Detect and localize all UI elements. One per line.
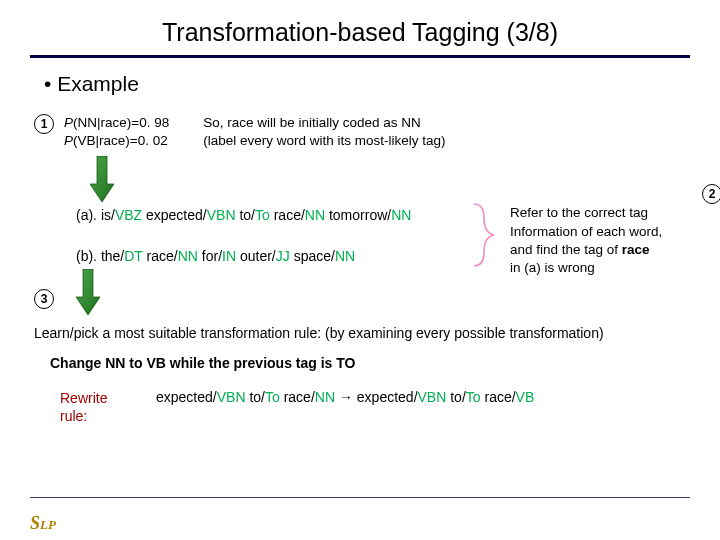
logo-s: S [30, 513, 40, 533]
ex-a-pre: (a). is/ [76, 207, 115, 223]
tag-nn: NN [305, 207, 325, 223]
footer-rule [30, 497, 690, 498]
step-1-badge: 1 [34, 114, 54, 134]
step-3-badge: 3 [34, 289, 54, 309]
learn-text: Learn/pick a most suitable transformatio… [34, 325, 690, 341]
tag-nn-2: NN [391, 207, 411, 223]
rewrite-label: Rewrite rule: [60, 389, 116, 425]
svg-marker-0 [90, 156, 114, 202]
rw1: expected/ [156, 389, 217, 405]
step-2-badge: 2 [702, 184, 720, 204]
tag-vbz: VBZ [115, 207, 142, 223]
rewrite-row: Rewrite rule: expected/VBN to/To race/NN… [60, 389, 690, 425]
tag-in: IN [222, 248, 236, 264]
rw2: to/ [246, 389, 265, 405]
page-title: Transformation-based Tagging (3/8) [30, 18, 690, 47]
so-line-1: So, race will be initially coded as NN [203, 114, 445, 132]
example-b: (b). the/DT race/NN for/IN outer/JJ spac… [76, 247, 411, 265]
svg-marker-1 [76, 269, 100, 315]
ex-a-m3: race/ [270, 207, 305, 223]
example-a: (a). is/VBZ expected/VBN to/To race/NN t… [76, 206, 411, 224]
s2-l1: Refer to the correct tag [510, 204, 720, 222]
s2-l2: Information of each word, [510, 223, 720, 241]
step-3-area: 3 Learn/pick a most suitable transformat… [34, 275, 690, 425]
tag-nn-b2: NN [335, 248, 355, 264]
ex-b-m4: space/ [290, 248, 335, 264]
s2-l3-pre: and find the tag of [510, 242, 622, 257]
rw3: race/ [280, 389, 315, 405]
ex-a-m4: tomorrow/ [325, 207, 391, 223]
rewrite-body: expected/VBN to/To race/NN → expected/VB… [156, 389, 534, 405]
title-rule [30, 55, 690, 58]
examples: (a). is/VBZ expected/VBN to/To race/NN t… [76, 206, 411, 264]
probability-box: P(NN|race)=0. 98 P(VB|race)=0. 02 [64, 114, 169, 150]
rw5: race/ [481, 389, 516, 405]
tag-jj: JJ [276, 248, 290, 264]
step-2-note: 2 Refer to the correct tag Information o… [510, 186, 720, 277]
slide: Transformation-based Tagging (3/8) Examp… [0, 0, 720, 540]
rw-t6: VB [516, 389, 535, 405]
step-1-row: 1 P(NN|race)=0. 98 P(VB|race)=0. 02 So, … [34, 114, 690, 150]
s2-l3: and find the tag of race [510, 241, 720, 259]
rw4: to/ [446, 389, 465, 405]
tag-dt: DT [124, 248, 142, 264]
ex-b-pre: (b). the/ [76, 248, 124, 264]
rw-t4: VBN [418, 389, 447, 405]
rw-l2: rule: [60, 407, 116, 425]
ex-b-m1: race/ [143, 248, 178, 264]
so-line-2: (label every word with its most-likely t… [203, 132, 445, 150]
rw-l1: Rewrite [60, 389, 116, 407]
rw-t3: NN [315, 389, 335, 405]
brace-icon [470, 202, 500, 272]
arrow-down-icon [90, 156, 110, 202]
tag-vbn: VBN [207, 207, 236, 223]
rw-t5: To [466, 389, 481, 405]
transformation-rule: Change NN to VB while the previous tag i… [50, 355, 690, 371]
p2-var: P [64, 133, 73, 148]
logo: SLP [30, 513, 56, 534]
example-bullet: Example [44, 72, 690, 96]
s2-l3-b: race [622, 242, 650, 257]
rw-t1: VBN [217, 389, 246, 405]
examples-area: (a). is/VBZ expected/VBN to/To race/NN t… [30, 206, 690, 264]
tag-nn-b: NN [178, 248, 198, 264]
arrow-down-icon-2 [76, 269, 100, 319]
p2-body: (VB|race)=0. 02 [73, 133, 168, 148]
ex-b-m3: outer/ [236, 248, 276, 264]
step-1-note: So, race will be initially coded as NN (… [203, 114, 445, 150]
logo-lp: LP [40, 517, 56, 532]
ex-a-m2: to/ [236, 207, 255, 223]
p1-var: P [64, 115, 73, 130]
rw-arrow: → expected/ [335, 389, 418, 405]
ex-a-m1: expected/ [142, 207, 207, 223]
ex-b-m2: for/ [198, 248, 222, 264]
tag-to: To [255, 207, 270, 223]
p1-body: (NN|race)=0. 98 [73, 115, 169, 130]
rw-t2: To [265, 389, 280, 405]
